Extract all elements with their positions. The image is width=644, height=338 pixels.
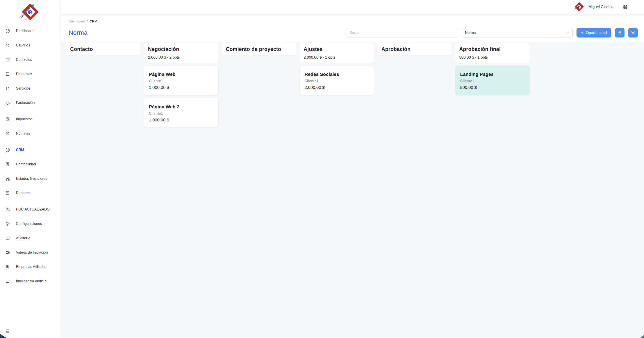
- sidebar-item-impuestos[interactable]: Impuestos: [0, 112, 60, 126]
- user-add-icon: [5, 264, 10, 269]
- decorative-corner-right: [640, 335, 644, 338]
- globe-icon: [622, 4, 628, 10]
- sidebar-item-label: Facturación: [16, 101, 35, 105]
- sidebar-item-label: Configuraciones: [16, 222, 42, 226]
- card-title: Página Web 2: [149, 104, 214, 110]
- sidebar-collapse-button[interactable]: [5, 328, 10, 334]
- sidebar: e EBP-EASYPLUS ® Dashboard Usuarios Cont…: [0, 0, 61, 338]
- gear-icon: [630, 30, 636, 35]
- search-input[interactable]: [346, 28, 458, 38]
- invoice-tag-icon: [5, 100, 10, 105]
- sidebar-item-label: Contactos: [16, 58, 32, 62]
- sidebar-item-contactos[interactable]: Contactos: [0, 53, 60, 67]
- sidebar-item-label: Usuarios: [16, 43, 30, 47]
- user-name[interactable]: Miguel Cicenia: [588, 5, 614, 9]
- opportunity-card[interactable]: Página Web Cliente1 1.000,00 $: [144, 66, 218, 95]
- sidebar-item-crm[interactable]: CRM: [0, 143, 60, 157]
- title-row: Norma Norma + Oportunidad: [68, 28, 638, 38]
- board-select[interactable]: Norma: [462, 28, 573, 38]
- column-cards: Redes Sociales Cliente1 2.000,00 $: [300, 66, 374, 95]
- card-client: Cliente1: [304, 79, 369, 83]
- column-header: Comiento de proyecto: [222, 43, 296, 56]
- breadcrumb: Dashboard / CRM: [68, 19, 638, 23]
- toolbar-section: Dashboard / CRM Norma Norma + Oportunida…: [61, 16, 644, 43]
- kanban-column-aprobacion: Aprobación: [378, 43, 452, 58]
- kanban-column-negociacion: Negociación 2.000,00 $ - 2 opts Página W…: [144, 43, 218, 128]
- sidebar-item-label: Productos: [16, 72, 32, 76]
- kanban-column-contacto: Contacto: [66, 43, 140, 58]
- sidebar-item-contabilidad[interactable]: Contabilidad: [0, 157, 60, 171]
- card-client: Cliente1: [149, 79, 214, 83]
- add-opportunity-button[interactable]: + Oportunidad: [576, 28, 611, 38]
- board-settings-button[interactable]: [628, 28, 638, 38]
- sidebar-item-label: Contabilidad: [16, 162, 36, 166]
- column-title: Aprobación final: [459, 46, 526, 52]
- sidebar-item-label: Videos de Iniciación: [16, 250, 48, 254]
- card-amount: 1.000,00 $: [149, 118, 214, 123]
- column-cards: Página Web Cliente1 1.000,00 $ Página We…: [144, 66, 218, 128]
- sidebar-item-configuraciones[interactable]: Configuraciones: [0, 217, 60, 231]
- opportunity-card[interactable]: Landing Pages Cliente1 500,00 $: [456, 66, 530, 95]
- breadcrumb-current: CRM: [90, 19, 97, 23]
- sidebar-item-estados-financieros[interactable]: Estados financieros: [0, 171, 60, 186]
- copyright-icon: [5, 147, 10, 152]
- sidebar-item-label: Servicios: [16, 86, 30, 91]
- card-title: Página Web: [149, 72, 214, 77]
- report-file-icon: [5, 191, 10, 195]
- users-icon: [5, 43, 10, 48]
- main-content: e EBP-EASYPLUS Miguel Cicenia Dashboard …: [61, 0, 644, 136]
- breadcrumb-dashboard[interactable]: Dashboard: [68, 19, 85, 23]
- column-header: Aprobación final 500,00 $ - 1 opts: [456, 43, 530, 63]
- column-summary: 2.000,00 $ - 1 opts: [304, 55, 370, 60]
- card-title: Landing Pages: [460, 72, 525, 77]
- column-summary: 2.000,00 $ - 2 opts: [148, 55, 214, 60]
- column-title: Ajustes: [304, 46, 370, 52]
- card-client: Cliente1: [460, 79, 525, 83]
- products-icon: [5, 72, 10, 77]
- card-client: Cliente1: [149, 112, 214, 116]
- sidebar-item-pgc-actualizado[interactable]: PGC ACTUALIZADO: [0, 202, 60, 217]
- sidebar-item-servicios[interactable]: Servicios: [0, 81, 60, 96]
- services-icon: [5, 86, 10, 91]
- sidebar-item-inteligencia-artificial[interactable]: Inteligencia artificial: [0, 274, 60, 288]
- sidebar-nav: Dashboard Usuarios Contactos Productos S…: [0, 24, 60, 288]
- sidebar-item-dashboard[interactable]: Dashboard: [0, 24, 60, 38]
- page-title: Norma: [68, 29, 88, 36]
- language-button[interactable]: [622, 4, 628, 10]
- audit-icon: [5, 236, 10, 241]
- board-filter-button[interactable]: [615, 28, 624, 38]
- sidebar-item-reportes[interactable]: Reportes: [0, 186, 60, 200]
- sidebar-item-usuarios[interactable]: Usuarios: [0, 38, 60, 53]
- sidebar-item-label: CRM: [16, 148, 24, 152]
- kanban-column-ajustes: Ajustes 2.000,00 $ - 1 opts Redes Social…: [300, 43, 374, 95]
- card-title: Redes Sociales: [304, 72, 369, 77]
- sidebar-item-label: Empresas Afiliadas: [16, 265, 46, 269]
- sidebar-item-nominas[interactable]: Nóminas: [0, 126, 60, 141]
- kanban-column-comiento-de-proyecto: Comiento de proyecto: [222, 43, 296, 58]
- sidebar-item-auditoria[interactable]: Auditoría: [0, 231, 60, 245]
- column-cards: Landing Pages Cliente1 500,00 $: [456, 66, 530, 95]
- opportunity-card[interactable]: Página Web 2 Cliente1 1.000,00 $: [144, 98, 218, 128]
- sidebar-item-label: Reportes: [16, 191, 30, 195]
- top-header: e EBP-EASYPLUS Miguel Cicenia: [61, 0, 644, 14]
- sliders-icon: [617, 30, 622, 35]
- file-protect-icon: [5, 207, 10, 212]
- sidebar-item-productos[interactable]: Productos: [0, 67, 60, 81]
- sidebar-item-empresas-afiliadas[interactable]: Empresas Afiliadas: [0, 260, 60, 274]
- sidebar-item-videos-iniciacion[interactable]: Videos de Iniciación: [0, 245, 60, 260]
- sidebar-item-label: PGC ACTUALIZADO: [16, 207, 50, 211]
- sidebar-item-facturacion[interactable]: Facturación: [0, 96, 60, 110]
- sidebar-item-label: Impuestos: [16, 117, 32, 121]
- robot-icon: [5, 279, 10, 284]
- column-header: Aprobación: [378, 43, 452, 56]
- sidebar-footer: [0, 324, 60, 338]
- chevron-down-icon: [566, 31, 569, 35]
- opportunity-card[interactable]: Redes Sociales Cliente1 2.000,00 $: [300, 66, 374, 95]
- kanban-board: Contacto Negociación 2.000,00 $ - 2 opts…: [61, 43, 644, 136]
- ledger-icon: [5, 162, 10, 167]
- payroll-icon: [5, 131, 10, 136]
- column-title: Comiento de proyecto: [226, 46, 292, 52]
- column-summary: 500,00 $ - 1 opts: [459, 55, 526, 60]
- sidebar-item-label: Nóminas: [16, 132, 30, 136]
- calculator-icon: [5, 117, 10, 122]
